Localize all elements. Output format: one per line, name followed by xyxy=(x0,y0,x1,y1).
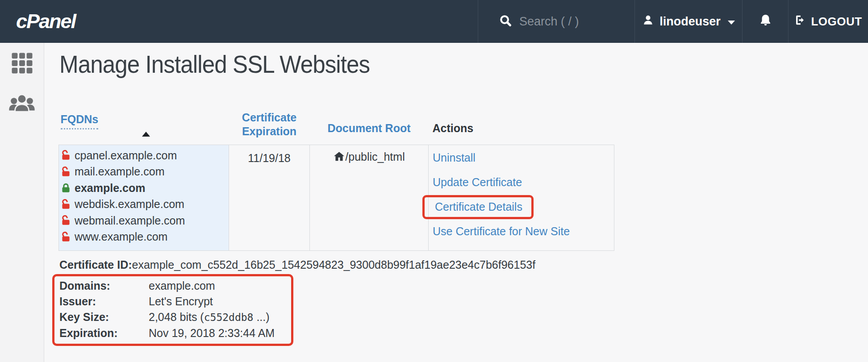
sort-asc-icon[interactable] xyxy=(142,132,150,137)
lock-closed-icon xyxy=(60,182,71,194)
fqdns-cell: cpanel.example.com mail.example.com xyxy=(59,145,229,251)
column-header-document-root: Document Root xyxy=(327,122,410,135)
detail-row-key-size: Key Size: 2,048 bits (c552ddb8 ...) xyxy=(59,309,281,325)
expiration-label: Expiration: xyxy=(59,325,149,341)
logout-button[interactable]: LOGOUT xyxy=(788,0,868,43)
table-header-row: FQDNs Certificate Expiration Document Ro… xyxy=(59,111,614,145)
certificate-expiration-cell: 11/19/18 xyxy=(229,145,310,251)
fqdn-item: mail.example.com xyxy=(60,164,229,180)
apps-grid-icon[interactable] xyxy=(12,53,33,74)
main-content: Manage Installed SSL Websites FQDNs Cert… xyxy=(45,43,868,362)
logout-label: LOGOUT xyxy=(811,15,862,29)
key-fingerprint: c552ddb8 xyxy=(204,312,254,323)
fqdn-domain: webdisk.example.com xyxy=(75,198,184,211)
search-input[interactable]: Search ( / ) xyxy=(478,0,634,43)
certificate-details-link[interactable]: Certificate Details xyxy=(435,200,522,213)
notifications-button[interactable] xyxy=(742,0,788,43)
fqdn-domain: webmail.example.com xyxy=(75,214,185,227)
page-title: Manage Installed SSL Websites xyxy=(59,50,370,79)
lock-open-icon xyxy=(60,150,71,161)
lock-open-icon xyxy=(60,166,71,178)
expiration-value: Nov 19, 2018 2:33:44 AM xyxy=(149,325,275,341)
top-navbar: cPanel Search ( / ) linodeuser xyxy=(0,0,868,43)
fqdn-item: webdisk.example.com xyxy=(60,196,229,213)
lock-open-icon xyxy=(60,199,71,210)
detail-row-issuer: Issuer: Let's Encrypt xyxy=(59,294,281,309)
lock-open-icon xyxy=(60,231,71,243)
expiration-date: 11/19/18 xyxy=(248,152,290,164)
issuer-value: Let's Encrypt xyxy=(149,294,213,309)
detail-row-expiration: Expiration: Nov 19, 2018 2:33:44 AM xyxy=(59,325,281,341)
search-icon xyxy=(499,14,513,29)
key-size-value: 2,048 bits (c552ddb8 ...) xyxy=(149,309,270,325)
ssl-websites-table: FQDNs Certificate Expiration Document Ro… xyxy=(58,111,614,251)
annotation-box-certificate-info: Domains: example.com Issuer: Let's Encry… xyxy=(52,274,293,346)
document-root-cell: /public_html xyxy=(310,145,429,251)
username: linodeuser xyxy=(659,15,721,29)
lock-open-icon xyxy=(60,215,71,226)
bell-icon xyxy=(758,13,773,30)
logout-icon xyxy=(794,14,807,29)
fqdn-item: example.com xyxy=(60,180,229,196)
user-accounts-icon[interactable] xyxy=(8,93,35,113)
certificate-details-panel: Certificate ID:example_com_c552d_16b25_1… xyxy=(59,258,535,346)
user-menu[interactable]: linodeuser xyxy=(634,0,742,43)
column-header-fqdns[interactable]: FQDNs xyxy=(61,113,99,129)
key-size-label: Key Size: xyxy=(59,309,149,325)
column-header-expiration: Certificate Expiration xyxy=(238,111,300,138)
fqdn-item: webmail.example.com xyxy=(60,212,229,229)
domains-label: Domains: xyxy=(59,278,149,294)
actions-cell: Uninstall Update Certificate Certificate… xyxy=(429,145,614,251)
certificate-id-label: Certificate ID: xyxy=(59,258,132,271)
fqdn-item: www.example.com xyxy=(60,229,229,245)
certificate-id-line: Certificate ID:example_com_c552d_16b25_1… xyxy=(59,258,535,271)
user-icon xyxy=(642,14,654,29)
use-certificate-new-site-link[interactable]: Use Certificate for New Site xyxy=(433,225,570,237)
home-icon xyxy=(333,150,345,162)
annotation-box-certificate-details: Certificate Details xyxy=(422,195,534,219)
chevron-down-icon xyxy=(728,21,735,25)
search-placeholder: Search ( / ) xyxy=(519,15,579,29)
issuer-label: Issuer: xyxy=(59,294,149,309)
detail-row-domains: Domains: example.com xyxy=(59,278,281,294)
column-header-actions: Actions xyxy=(433,122,474,135)
cpanel-logo: cPanel xyxy=(0,10,75,33)
table-row: cpanel.example.com mail.example.com xyxy=(59,145,614,251)
document-root-path: /public_html xyxy=(345,150,405,163)
domains-value: example.com xyxy=(149,278,215,294)
sidebar xyxy=(0,43,44,362)
certificate-id-value: example_com_c552d_16b25_1542594823_9300d… xyxy=(132,258,536,271)
fqdn-domain: example.com xyxy=(75,182,145,195)
update-certificate-link[interactable]: Update Certificate xyxy=(433,176,522,188)
fqdn-domain: www.example.com xyxy=(75,230,167,243)
header-spacer xyxy=(75,0,478,43)
fqdn-item: cpanel.example.com xyxy=(60,147,229,164)
fqdn-domain: cpanel.example.com xyxy=(75,149,177,162)
fqdn-domain: mail.example.com xyxy=(75,165,164,178)
uninstall-link[interactable]: Uninstall xyxy=(433,151,476,164)
